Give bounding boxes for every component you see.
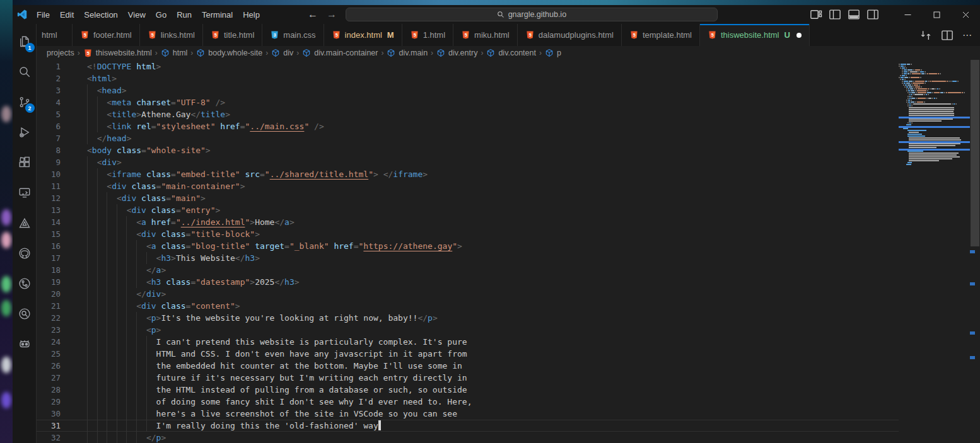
code-line-19[interactable]: 19 <h3 class="datestamp">2025</h3> [37, 276, 899, 288]
breadcrumb-item-html[interactable]: html [161, 49, 188, 57]
git-history-icon[interactable] [13, 268, 37, 299]
code-line-5[interactable]: 5 <title>Athene.Gay</title> [37, 108, 899, 120]
source-control-icon[interactable]: 2 [13, 87, 37, 117]
minimap[interactable] [899, 60, 970, 443]
code-inspect-icon[interactable] [13, 299, 37, 329]
code-line-8[interactable]: 8<body class="whole-site"> [37, 144, 899, 156]
code-line-29[interactable]: 29 of doing some fancy shit I don't see … [37, 396, 899, 408]
line-number: 25 [37, 348, 76, 360]
explorer-icon[interactable]: 1 [13, 26, 37, 57]
tab-index.html[interactable]: 5index.htmlM [324, 24, 402, 46]
unsaved-dot-icon[interactable] [796, 33, 802, 38]
breadcrumb-item-div.main[interactable]: div.main [387, 49, 428, 57]
godot-tools-icon[interactable] [13, 329, 37, 359]
menu-run[interactable]: Run [172, 8, 197, 22]
code-line-21[interactable]: 21 <div class="content"> [37, 300, 899, 312]
breadcrumb-item-div.content[interactable]: div.content [486, 49, 536, 57]
minimap-line [907, 151, 923, 152]
breadcrumb-item-p[interactable]: p [545, 49, 561, 57]
menu-go[interactable]: Go [151, 8, 172, 22]
more-actions-icon[interactable]: ⋯ [962, 30, 972, 41]
code-line-4[interactable]: 4 <meta charset="UTF-8" /> [37, 96, 899, 108]
code-line-31[interactable]: 31 I'm really doing this the 'old-fashio… [37, 420, 899, 432]
menu-selection[interactable]: Selection [79, 8, 122, 22]
tab-template.html[interactable]: 5template.html [622, 24, 700, 46]
code-line-30[interactable]: 30 here's a live screenshot of the site … [37, 408, 899, 420]
github-icon[interactable] [13, 238, 37, 268]
code-line-9[interactable]: 9 <div> [37, 156, 899, 168]
code-line-22[interactable]: 22 <p>It's the website you're looking at… [37, 312, 899, 324]
code-line-2[interactable]: 2<html> [37, 72, 899, 84]
code-line-14[interactable]: 14 <a href="../index.html">Home</a> [37, 216, 899, 228]
code-line-13[interactable]: 13 <div class="entry"> [37, 204, 899, 216]
menu-help[interactable]: Help [238, 8, 265, 22]
toggle-primary-sidebar-icon[interactable] [829, 8, 841, 21]
command-center-search[interactable]: gnargle.github.io [346, 8, 718, 21]
vscode-logo-icon[interactable] [13, 9, 32, 20]
minimize-icon[interactable] [893, 5, 922, 24]
tab-footer.html[interactable]: 5footer.html [73, 24, 140, 46]
maximize-icon[interactable] [922, 5, 951, 24]
tab-main.css[interactable]: 3main.css [262, 24, 324, 46]
forward-arrow-icon[interactable]: → [327, 9, 337, 20]
scrollbar-thumb[interactable] [971, 60, 979, 246]
code-line-12[interactable]: 12 <div class="main"> [37, 192, 899, 204]
close-icon[interactable] [951, 5, 980, 24]
code-line-25[interactable]: 25 HTML and CSS. I don't even have any j… [37, 348, 899, 360]
code-line-28[interactable]: 28 the HTML instead of pulling from a da… [37, 384, 899, 396]
code-editor[interactable]: 1<!DOCTYPE html>2<html>3 <head>4 <meta c… [37, 60, 980, 443]
vertical-scrollbar[interactable] [970, 60, 980, 443]
menu-terminal[interactable]: Terminal [197, 8, 238, 22]
tab-links.html[interactable]: 5links.html [140, 24, 203, 46]
tab-dalamudplugins.html[interactable]: 5dalamudplugins.html [518, 24, 622, 46]
tab-1.html[interactable]: 51.html [402, 24, 453, 46]
tab-html[interactable]: html [37, 24, 73, 46]
toggle-secondary-sidebar-icon[interactable] [866, 8, 879, 21]
compare-changes-icon[interactable] [919, 29, 932, 42]
code-line-27[interactable]: 27 future if it's necessary but I'm writ… [37, 372, 899, 384]
breadcrumb-item-thiswebsite.html[interactable]: 5thiswebsite.html [83, 49, 152, 58]
indent-guide [136, 324, 137, 336]
code-line-17[interactable]: 17 <h3>This Website</h3> [37, 252, 899, 264]
split-editor-icon[interactable] [941, 29, 954, 42]
breadcrumb-item-div.main-container[interactable]: div.main-container [302, 49, 378, 57]
code-line-15[interactable]: 15 <div class="title-block"> [37, 228, 899, 240]
menu-file[interactable]: File [32, 8, 55, 22]
code-line-3[interactable]: 3 <head> [37, 84, 899, 96]
run-and-debug-icon[interactable] [13, 117, 37, 147]
code-line-10[interactable]: 10 <iframe class="embed-title" src="../s… [37, 168, 899, 180]
code-line-7[interactable]: 7 </head> [37, 132, 899, 144]
extensions-icon[interactable] [13, 147, 37, 178]
code-line-32[interactable]: 32 </p> [37, 432, 899, 443]
indent-guide [97, 216, 98, 228]
breadcrumb-item-body.whole-site[interactable]: body.whole-site [196, 49, 262, 57]
toggle-panel-icon[interactable] [848, 8, 860, 21]
indent-guide [107, 360, 107, 372]
indent-guide [146, 336, 147, 348]
indent-guide [126, 420, 127, 432]
code-line-20[interactable]: 20 </div> [37, 288, 899, 300]
triangle-extension-icon[interactable] [13, 208, 37, 238]
code-line-23[interactable]: 23 <p> [37, 324, 899, 336]
code-line-11[interactable]: 11 <div class="main-container"> [37, 180, 899, 192]
code-line-24[interactable]: 24 I can't pretend this website is parti… [37, 336, 899, 348]
code-line-26[interactable]: 26 the embedded hit counter at the botto… [37, 360, 899, 372]
search-icon[interactable] [13, 57, 37, 87]
tab-thiswebsite.html[interactable]: 5thiswebsite.htmlU [700, 24, 810, 46]
code-line-18[interactable]: 18 </a> [37, 264, 899, 276]
code-line-6[interactable]: 6 <link rel="stylesheet" href="../main.c… [37, 120, 899, 132]
tab-title.html[interactable]: 5title.html [203, 24, 262, 46]
code-line-1[interactable]: 1<!DOCTYPE html> [37, 60, 899, 72]
menu-view[interactable]: View [123, 8, 151, 22]
remote-explorer-icon[interactable] [13, 178, 37, 208]
customize-layout-icon[interactable] [810, 8, 822, 21]
tab-miku.html[interactable]: 5miku.html [453, 24, 518, 46]
breadcrumb-item-div.entry[interactable]: div.entry [436, 49, 477, 57]
minimap-line [899, 77, 921, 78]
breadcrumb-item-projects[interactable]: projects [47, 49, 74, 57]
code-line-16[interactable]: 16 <a class="blog-title" target="_blank"… [37, 240, 899, 252]
indent-guide [107, 348, 107, 360]
menu-edit[interactable]: Edit [55, 8, 79, 22]
breadcrumb-item-div[interactable]: div [271, 49, 293, 57]
back-arrow-icon[interactable]: ← [308, 9, 318, 20]
